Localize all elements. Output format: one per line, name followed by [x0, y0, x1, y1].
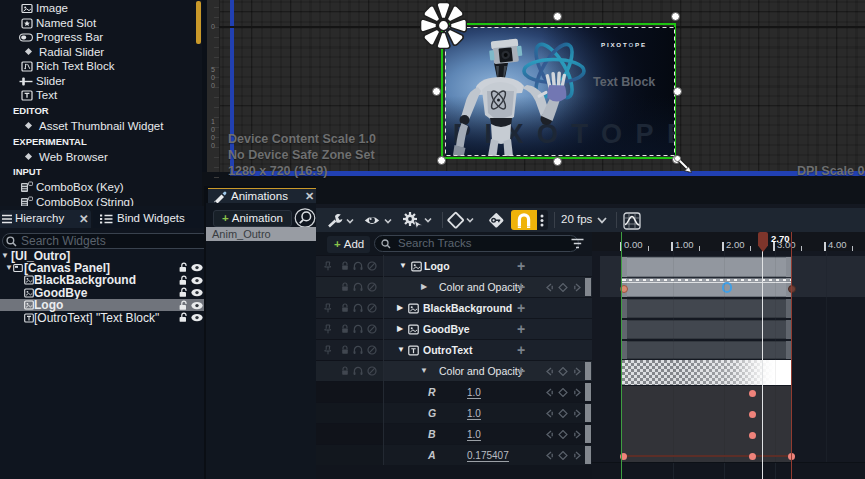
- svg-text:PIXOTOPE: PIXOTOPE: [601, 41, 647, 48]
- svg-text:Text Block: Text Block: [593, 75, 655, 89]
- svg-text:PIXOTOPE: PIXOTOPE: [453, 119, 675, 149]
